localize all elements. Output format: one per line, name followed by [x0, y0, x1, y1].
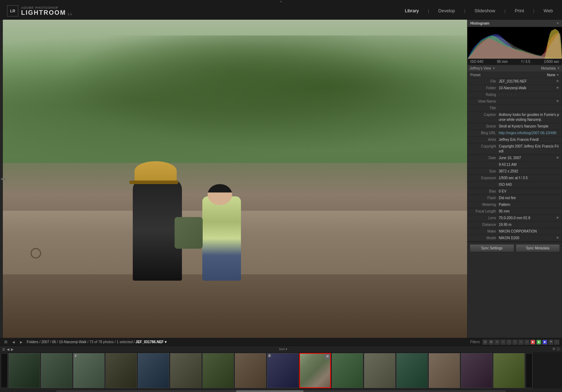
thumb-2-image	[41, 353, 72, 388]
preset-value: None	[547, 73, 555, 77]
filter-btn-1[interactable]: ⊟	[483, 340, 488, 345]
thumb-15[interactable]	[461, 353, 492, 388]
thumb-1[interactable]	[8, 353, 40, 388]
meta-row-model: Model NIKON D200 ▶	[468, 235, 562, 242]
meta-icon-lens[interactable]: ▶	[557, 216, 559, 219]
metadata-arrow[interactable]: ▼	[557, 67, 560, 70]
filter-btn-rating-2[interactable]: ☆	[507, 340, 511, 345]
nav-print[interactable]: Print	[512, 7, 526, 15]
figure-child-head	[208, 184, 232, 205]
thumb-14[interactable]	[429, 353, 460, 388]
nav-sep-1: |	[428, 8, 429, 13]
meta-icon-date[interactable]: ▶	[557, 156, 559, 159]
path-folders[interactable]: Folders	[27, 340, 38, 344]
top-bar: LR ADOBE PHOTOSHOP LIGHTROOM 1.1 Library…	[0, 2, 562, 20]
view-name-arrow[interactable]: ▼	[492, 67, 495, 70]
thumb-13[interactable]	[396, 353, 428, 388]
nav-library[interactable]: Library	[403, 7, 421, 15]
meta-icon-file[interactable]: ▶	[557, 79, 559, 83]
sync-settings-button[interactable]: Sync Settings	[470, 244, 514, 252]
filter-btn-flag[interactable]: ⚑	[548, 340, 553, 345]
preset-arrow[interactable]: ▼	[556, 73, 559, 77]
thumb-6-image	[170, 353, 201, 388]
meta-val-iso: ISO 640	[499, 182, 559, 187]
thumb-6[interactable]	[170, 353, 202, 388]
bench-ring-1	[31, 248, 41, 259]
thumb-7[interactable]	[202, 353, 234, 388]
grid-view-btn[interactable]: ⊞	[3, 339, 8, 345]
photo-scene	[3, 20, 467, 338]
nav-develop[interactable]: Develop	[436, 7, 457, 15]
filter-btn-rating-5[interactable]: ☆	[524, 340, 529, 345]
sync-metadata-button[interactable]: Sync Metadata	[516, 244, 560, 252]
meta-icon-folder[interactable]: ▶	[557, 86, 559, 89]
filter-btn-rating-3[interactable]: ☆	[512, 340, 517, 345]
nav-slideshow[interactable]: Slideshow	[472, 7, 497, 15]
meta-key-date: Date	[469, 156, 499, 161]
filmstrip-top-bar: ☰ ◀ ▶ Sort ▾ ⊞ ⓘ	[0, 346, 562, 352]
filter-btn-3[interactable]: ≡	[495, 340, 499, 345]
filter-btn-rating-4[interactable]: ☆	[518, 340, 523, 345]
thumb-9[interactable]: 2	[267, 353, 299, 388]
meta-row-copyright: Copyright Copyright 2007 Jeffrey Eric Fr…	[468, 143, 562, 155]
filmstrip-menu-btn[interactable]: ☰	[2, 347, 5, 351]
thumb-8[interactable]	[235, 353, 266, 388]
thumb-10-selected[interactable]: ⊟	[299, 353, 331, 388]
path-month[interactable]: 06	[52, 340, 56, 344]
meta-row-metering: Metering Pattern	[468, 202, 562, 208]
meta-val-blogurl[interactable]: http://regex.info/blog/2007-06-10/486	[499, 131, 559, 136]
hist-iso: ISO 640	[470, 60, 483, 64]
path-year[interactable]: 2007	[41, 340, 49, 344]
meta-key-title: Title	[469, 106, 499, 111]
app-title-area: ADOBE PHOTOSHOP LIGHTROOM 1.1	[21, 6, 72, 16]
logo-area: LR ADOBE PHOTOSHOP LIGHTROOM 1.1	[7, 5, 72, 17]
scroll-track[interactable]	[56, 390, 506, 392]
histogram-canvas	[468, 27, 562, 59]
path-selected-file[interactable]: JEF_031786.NEF ▾	[136, 340, 166, 344]
thumb-12[interactable]	[364, 353, 396, 388]
thumb-2[interactable]	[41, 353, 72, 388]
meta-val-flash: Did not fire	[499, 196, 559, 201]
thumb-3[interactable]: 2	[73, 353, 105, 388]
thumb-11[interactable]	[332, 353, 363, 388]
filmstrip-stack-toggle[interactable]: ⊞	[553, 347, 555, 352]
filter-btn-color[interactable]: ■	[530, 340, 535, 345]
meta-key-make: Make	[469, 229, 499, 234]
hist-focal: 95 mm	[497, 60, 508, 64]
status-icons: ⊞ ◀ ▶	[3, 339, 24, 345]
left-panel-toggle[interactable]: ◀	[0, 20, 3, 338]
thumb-4[interactable]	[105, 353, 137, 388]
prev-btn[interactable]: ◀	[11, 339, 16, 345]
histogram-collapse[interactable]: ▼	[556, 22, 559, 25]
meta-row-flash: Flash Did not fire	[468, 195, 562, 202]
figure-child	[202, 196, 241, 281]
filmstrip-info-toggle[interactable]: ⓘ	[557, 347, 560, 352]
view-name-label: Jeffrey's View	[470, 66, 491, 70]
scroll-thumb[interactable]	[236, 390, 303, 392]
filter-btn-color3[interactable]: ■	[542, 340, 547, 345]
filmstrip-left-btn[interactable]: ◀	[7, 347, 9, 351]
meta-key-metering: Metering	[469, 202, 499, 207]
thumb-16[interactable]	[493, 353, 525, 388]
filter-btn-2[interactable]: ⊠	[489, 340, 494, 345]
meta-icon-model[interactable]: ▶	[557, 236, 559, 239]
meta-row-size: Size 3872 x 2592	[468, 168, 562, 175]
meta-val-copyright: Copyright 2007 Jeffrey Eric Francis Frie…	[499, 144, 559, 154]
next-btn[interactable]: ▶	[18, 339, 24, 345]
metadata-selector-group: Metadata ▼	[541, 66, 560, 70]
meta-val-rating[interactable]: · · · · ·	[499, 92, 559, 97]
filmstrip-controls: ☰ ◀ ▶	[2, 347, 14, 351]
meta-icon-viewname[interactable]: ▶	[557, 99, 559, 103]
meta-row-blogurl: Blog URL http://regex.info/blog/2007-06-…	[468, 130, 562, 137]
nav-web[interactable]: Web	[542, 7, 555, 15]
meta-row-rating: Rating · · · · ·	[468, 92, 562, 98]
path-folder[interactable]: 10-Nanzenji-Walk	[59, 340, 87, 344]
meta-key-caption: Caption	[469, 112, 499, 117]
thumb-5[interactable]	[138, 353, 169, 388]
filter-btn-sort[interactable]: ↕	[554, 340, 559, 345]
filmstrip-right-btn[interactable]: ▶	[11, 347, 14, 351]
filter-btn-color2[interactable]: ■	[536, 340, 541, 345]
left-edge-indicator[interactable]: ◀	[3, 177, 5, 181]
filter-btn-rating-1[interactable]: ☆	[501, 340, 505, 345]
meta-row-iso: ISO 640	[468, 182, 562, 188]
